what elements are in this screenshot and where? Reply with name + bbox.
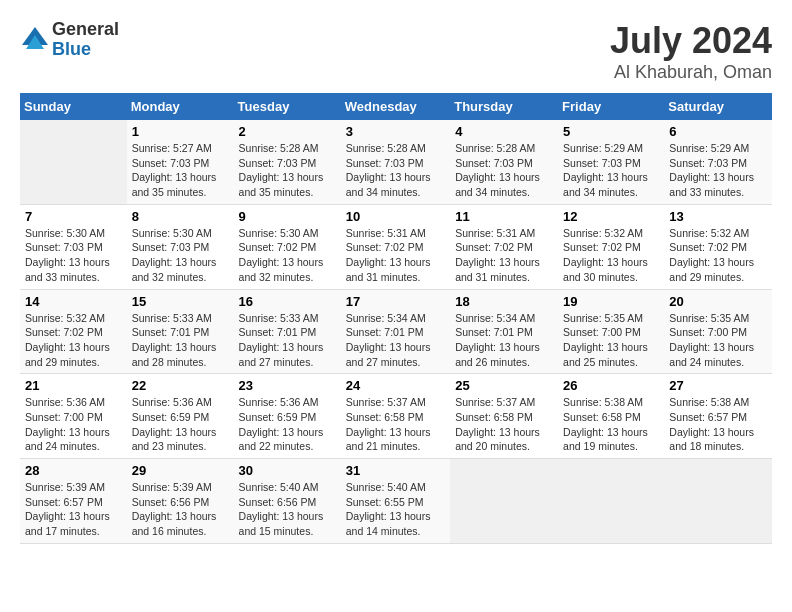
day-info: Sunrise: 5:37 AMSunset: 6:58 PMDaylight:… <box>455 395 553 454</box>
logo-blue: Blue <box>52 40 119 60</box>
day-info: Sunrise: 5:30 AMSunset: 7:02 PMDaylight:… <box>239 226 336 285</box>
day-info: Sunrise: 5:34 AMSunset: 7:01 PMDaylight:… <box>455 311 553 370</box>
day-info: Sunrise: 5:33 AMSunset: 7:01 PMDaylight:… <box>132 311 229 370</box>
calendar-cell: 6Sunrise: 5:29 AMSunset: 7:03 PMDaylight… <box>664 120 772 204</box>
calendar-cell: 5Sunrise: 5:29 AMSunset: 7:03 PMDaylight… <box>558 120 664 204</box>
weekday-header: Wednesday <box>341 93 450 120</box>
location-title: Al Khaburah, Oman <box>610 62 772 83</box>
calendar-cell: 22Sunrise: 5:36 AMSunset: 6:59 PMDayligh… <box>127 374 234 459</box>
day-number: 8 <box>132 209 229 224</box>
day-info: Sunrise: 5:28 AMSunset: 7:03 PMDaylight:… <box>346 141 445 200</box>
calendar-cell: 3Sunrise: 5:28 AMSunset: 7:03 PMDaylight… <box>341 120 450 204</box>
day-number: 27 <box>669 378 767 393</box>
day-info: Sunrise: 5:33 AMSunset: 7:01 PMDaylight:… <box>239 311 336 370</box>
calendar-cell: 16Sunrise: 5:33 AMSunset: 7:01 PMDayligh… <box>234 289 341 374</box>
day-info: Sunrise: 5:31 AMSunset: 7:02 PMDaylight:… <box>346 226 445 285</box>
calendar-cell <box>450 459 558 544</box>
day-info: Sunrise: 5:29 AMSunset: 7:03 PMDaylight:… <box>669 141 767 200</box>
calendar-cell: 4Sunrise: 5:28 AMSunset: 7:03 PMDaylight… <box>450 120 558 204</box>
day-number: 13 <box>669 209 767 224</box>
day-info: Sunrise: 5:34 AMSunset: 7:01 PMDaylight:… <box>346 311 445 370</box>
day-number: 31 <box>346 463 445 478</box>
calendar-cell: 1Sunrise: 5:27 AMSunset: 7:03 PMDaylight… <box>127 120 234 204</box>
calendar-cell <box>20 120 127 204</box>
calendar-week-row: 7Sunrise: 5:30 AMSunset: 7:03 PMDaylight… <box>20 204 772 289</box>
logo-text: General Blue <box>52 20 119 60</box>
calendar-cell: 18Sunrise: 5:34 AMSunset: 7:01 PMDayligh… <box>450 289 558 374</box>
day-number: 17 <box>346 294 445 309</box>
day-info: Sunrise: 5:30 AMSunset: 7:03 PMDaylight:… <box>25 226 122 285</box>
day-number: 5 <box>563 124 659 139</box>
calendar-cell: 27Sunrise: 5:38 AMSunset: 6:57 PMDayligh… <box>664 374 772 459</box>
calendar-cell: 9Sunrise: 5:30 AMSunset: 7:02 PMDaylight… <box>234 204 341 289</box>
calendar-week-row: 28Sunrise: 5:39 AMSunset: 6:57 PMDayligh… <box>20 459 772 544</box>
calendar-cell: 2Sunrise: 5:28 AMSunset: 7:03 PMDaylight… <box>234 120 341 204</box>
day-number: 11 <box>455 209 553 224</box>
day-number: 12 <box>563 209 659 224</box>
calendar-table: SundayMondayTuesdayWednesdayThursdayFrid… <box>20 93 772 544</box>
calendar-cell: 30Sunrise: 5:40 AMSunset: 6:56 PMDayligh… <box>234 459 341 544</box>
day-number: 16 <box>239 294 336 309</box>
calendar-cell: 21Sunrise: 5:36 AMSunset: 7:00 PMDayligh… <box>20 374 127 459</box>
day-number: 7 <box>25 209 122 224</box>
calendar-cell: 19Sunrise: 5:35 AMSunset: 7:00 PMDayligh… <box>558 289 664 374</box>
calendar-cell: 23Sunrise: 5:36 AMSunset: 6:59 PMDayligh… <box>234 374 341 459</box>
day-info: Sunrise: 5:40 AMSunset: 6:56 PMDaylight:… <box>239 480 336 539</box>
day-number: 25 <box>455 378 553 393</box>
day-info: Sunrise: 5:37 AMSunset: 6:58 PMDaylight:… <box>346 395 445 454</box>
day-number: 30 <box>239 463 336 478</box>
day-number: 14 <box>25 294 122 309</box>
day-info: Sunrise: 5:32 AMSunset: 7:02 PMDaylight:… <box>669 226 767 285</box>
day-number: 21 <box>25 378 122 393</box>
calendar-cell: 10Sunrise: 5:31 AMSunset: 7:02 PMDayligh… <box>341 204 450 289</box>
weekday-header: Saturday <box>664 93 772 120</box>
calendar-cell: 8Sunrise: 5:30 AMSunset: 7:03 PMDaylight… <box>127 204 234 289</box>
weekday-header: Monday <box>127 93 234 120</box>
title-area: July 2024 Al Khaburah, Oman <box>610 20 772 83</box>
page-header: General Blue July 2024 Al Khaburah, Oman <box>20 20 772 83</box>
calendar-cell: 14Sunrise: 5:32 AMSunset: 7:02 PMDayligh… <box>20 289 127 374</box>
logo-general: General <box>52 20 119 40</box>
calendar-week-row: 14Sunrise: 5:32 AMSunset: 7:02 PMDayligh… <box>20 289 772 374</box>
day-number: 24 <box>346 378 445 393</box>
day-number: 1 <box>132 124 229 139</box>
day-number: 3 <box>346 124 445 139</box>
logo-icon <box>20 25 50 55</box>
calendar-cell: 29Sunrise: 5:39 AMSunset: 6:56 PMDayligh… <box>127 459 234 544</box>
calendar-cell: 17Sunrise: 5:34 AMSunset: 7:01 PMDayligh… <box>341 289 450 374</box>
day-info: Sunrise: 5:31 AMSunset: 7:02 PMDaylight:… <box>455 226 553 285</box>
logo: General Blue <box>20 20 119 60</box>
day-number: 18 <box>455 294 553 309</box>
calendar-cell: 25Sunrise: 5:37 AMSunset: 6:58 PMDayligh… <box>450 374 558 459</box>
calendar-cell: 24Sunrise: 5:37 AMSunset: 6:58 PMDayligh… <box>341 374 450 459</box>
calendar-cell: 31Sunrise: 5:40 AMSunset: 6:55 PMDayligh… <box>341 459 450 544</box>
calendar-cell: 26Sunrise: 5:38 AMSunset: 6:58 PMDayligh… <box>558 374 664 459</box>
day-info: Sunrise: 5:35 AMSunset: 7:00 PMDaylight:… <box>563 311 659 370</box>
day-number: 28 <box>25 463 122 478</box>
day-info: Sunrise: 5:30 AMSunset: 7:03 PMDaylight:… <box>132 226 229 285</box>
calendar-header: SundayMondayTuesdayWednesdayThursdayFrid… <box>20 93 772 120</box>
day-info: Sunrise: 5:36 AMSunset: 7:00 PMDaylight:… <box>25 395 122 454</box>
day-info: Sunrise: 5:35 AMSunset: 7:00 PMDaylight:… <box>669 311 767 370</box>
day-info: Sunrise: 5:28 AMSunset: 7:03 PMDaylight:… <box>239 141 336 200</box>
day-number: 23 <box>239 378 336 393</box>
day-info: Sunrise: 5:27 AMSunset: 7:03 PMDaylight:… <box>132 141 229 200</box>
day-number: 10 <box>346 209 445 224</box>
day-info: Sunrise: 5:29 AMSunset: 7:03 PMDaylight:… <box>563 141 659 200</box>
day-info: Sunrise: 5:39 AMSunset: 6:57 PMDaylight:… <box>25 480 122 539</box>
calendar-cell: 28Sunrise: 5:39 AMSunset: 6:57 PMDayligh… <box>20 459 127 544</box>
day-number: 22 <box>132 378 229 393</box>
day-info: Sunrise: 5:39 AMSunset: 6:56 PMDaylight:… <box>132 480 229 539</box>
day-info: Sunrise: 5:32 AMSunset: 7:02 PMDaylight:… <box>563 226 659 285</box>
calendar-cell: 12Sunrise: 5:32 AMSunset: 7:02 PMDayligh… <box>558 204 664 289</box>
calendar-cell: 15Sunrise: 5:33 AMSunset: 7:01 PMDayligh… <box>127 289 234 374</box>
day-number: 9 <box>239 209 336 224</box>
day-info: Sunrise: 5:38 AMSunset: 6:57 PMDaylight:… <box>669 395 767 454</box>
calendar-cell <box>664 459 772 544</box>
weekday-header: Friday <box>558 93 664 120</box>
calendar-week-row: 1Sunrise: 5:27 AMSunset: 7:03 PMDaylight… <box>20 120 772 204</box>
day-info: Sunrise: 5:28 AMSunset: 7:03 PMDaylight:… <box>455 141 553 200</box>
day-info: Sunrise: 5:40 AMSunset: 6:55 PMDaylight:… <box>346 480 445 539</box>
calendar-week-row: 21Sunrise: 5:36 AMSunset: 7:00 PMDayligh… <box>20 374 772 459</box>
day-number: 2 <box>239 124 336 139</box>
